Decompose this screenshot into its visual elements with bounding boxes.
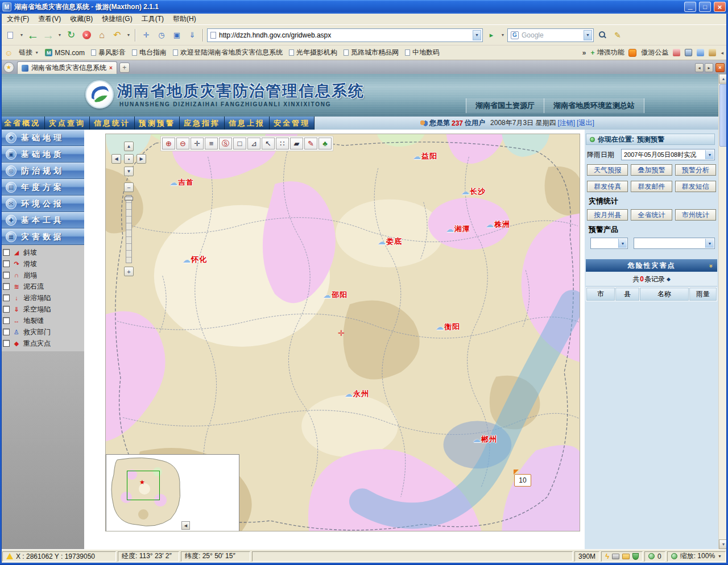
product-select-1[interactable]: ▼ bbox=[590, 238, 628, 249]
city-marker-yiyang[interactable]: ☁ 益阳 bbox=[413, 151, 437, 161]
layer-row-slope[interactable]: ◢ 斜坡 bbox=[0, 247, 84, 258]
layer-row-ground-fissure[interactable]: ↔ 地裂缝 bbox=[0, 315, 84, 326]
smiley-icon[interactable]: ☺ bbox=[5, 48, 13, 57]
zoom-slider-handle[interactable] bbox=[125, 197, 133, 201]
city-marker-huaihua[interactable]: ☁ 怀化 bbox=[183, 255, 207, 265]
tabbar-close-button[interactable]: × bbox=[715, 63, 725, 72]
search-dropdown-icon[interactable]: ▼ bbox=[584, 30, 592, 40]
sidebar-button-basic-geography[interactable]: ❖ 基础地理 bbox=[0, 130, 84, 146]
city-marker-xiangtan[interactable]: ☁ 湘潭 bbox=[446, 224, 470, 234]
map-layer-tree-tool[interactable]: ♣ bbox=[318, 138, 332, 149]
sidebar-button-prevention-planning[interactable]: ◎ 防治规划 bbox=[0, 163, 84, 179]
layer-row-karst-collapse[interactable]: ↓ 岩溶塌陷 bbox=[0, 292, 84, 304]
city-marker-zhuzhou[interactable]: ☁ 株洲 bbox=[486, 219, 510, 230]
city-marker-loudi[interactable]: ☁ 娄底 bbox=[378, 236, 402, 247]
debris-flow-checkbox[interactable] bbox=[3, 283, 10, 290]
link-photo-studio[interactable]: 光年摄影机构 bbox=[289, 48, 337, 57]
rescue-department-checkbox[interactable] bbox=[3, 329, 10, 335]
scrollbar-up-icon[interactable]: ▲ bbox=[719, 74, 728, 84]
overlay-warning-button[interactable]: 叠加预警 bbox=[631, 164, 672, 176]
gift-icon[interactable] bbox=[709, 49, 716, 56]
back-button[interactable]: ← bbox=[26, 28, 40, 43]
map-pan-tool[interactable]: ✛ bbox=[191, 138, 204, 149]
scrollbar-thumb[interactable] bbox=[719, 84, 727, 147]
undo-button[interactable]: ↶ bbox=[110, 28, 124, 43]
home-button[interactable]: ⌂ bbox=[95, 28, 109, 43]
download-button[interactable]: ⇓ bbox=[185, 28, 199, 43]
dropdown-arrow-icon[interactable]: ▼ bbox=[618, 239, 627, 248]
map-select-polygon-tool[interactable]: ⊿ bbox=[247, 138, 260, 149]
link-baofeng[interactable]: 暴风影音 bbox=[91, 48, 126, 57]
history-button[interactable]: ◷ bbox=[155, 28, 168, 43]
city-stats-button[interactable]: 市州统计 bbox=[675, 209, 716, 221]
link-city-boutique[interactable]: 觅路城市精品网 bbox=[344, 48, 399, 57]
pan-left-button[interactable]: ◀ bbox=[111, 154, 121, 164]
map-zoom-out-tool[interactable]: ⊖ bbox=[176, 138, 189, 149]
map-draw-tool[interactable]: ✎ bbox=[304, 138, 317, 149]
sidebar-button-annual-plan[interactable]: ▤ 年度方案 bbox=[0, 179, 84, 196]
collapse-checkbox[interactable] bbox=[3, 272, 10, 279]
column-header-rainfall[interactable]: 雨量 bbox=[689, 288, 717, 301]
city-marker-chenzhou[interactable]: ☁ 郴州 bbox=[473, 434, 497, 444]
tab-info-statistics[interactable]: 信息统计 bbox=[90, 117, 135, 130]
tab-active[interactable]: 湖南省地质灾害信息系统 × bbox=[17, 61, 117, 74]
menu-favorites[interactable]: 收藏(B) bbox=[65, 13, 97, 25]
tools-button[interactable]: ✛ bbox=[139, 28, 153, 43]
link-geo-env-monitoring[interactable]: 湖南省地质环境监测总站 bbox=[544, 98, 644, 113]
overview-collapse-button[interactable]: ◀ bbox=[181, 521, 190, 530]
scrollbar-down-icon[interactable]: ▼ bbox=[719, 539, 728, 549]
danger-points-header[interactable]: 危险性灾害点 « bbox=[586, 259, 717, 272]
link-hunan-disaster-site[interactable]: 欢迎登陆湖南省地质灾害信息系统 bbox=[173, 48, 283, 57]
folder-icon[interactable] bbox=[622, 554, 630, 559]
exit-link[interactable]: [退出] bbox=[577, 118, 594, 128]
province-stats-button[interactable]: 全省统计 bbox=[631, 209, 672, 221]
new-page-dropdown-icon[interactable]: ▼ bbox=[19, 33, 24, 37]
map-canvas[interactable]: ⊕ ⊖ ✛ ≡ Ⓢ □ ⊿ ↖ ∷ ▰ ✎ ♣ bbox=[105, 134, 580, 531]
link-msn[interactable]: M MSN.com bbox=[45, 49, 85, 57]
pan-up-button[interactable]: ▲ bbox=[124, 142, 134, 151]
column-header-city[interactable]: 市 bbox=[586, 288, 615, 301]
stop-button[interactable]: × bbox=[80, 28, 93, 43]
menu-help[interactable]: 帮助(H) bbox=[168, 13, 201, 25]
group-fax-button[interactable]: 群发传真 bbox=[587, 181, 628, 192]
zoom-slider[interactable] bbox=[126, 195, 132, 263]
new-tab-button[interactable]: + bbox=[119, 63, 130, 73]
go-button[interactable]: ▸ bbox=[485, 28, 498, 43]
warning-analysis-button[interactable]: 预警分析 bbox=[675, 164, 716, 176]
map-zoom-in-tool[interactable]: ⊕ bbox=[162, 138, 175, 149]
sidebar-button-disaster-data[interactable]: ▦ 灾害数据 bbox=[0, 229, 84, 245]
rain-date-select[interactable]: 2007年05月05日08时实况 ▼ bbox=[621, 149, 715, 160]
layer-row-mining-collapse[interactable]: ⇓ 采空塌陷 bbox=[0, 304, 84, 315]
menu-view[interactable]: 查看(V) bbox=[34, 13, 65, 25]
map-stop-tool[interactable]: Ⓢ bbox=[219, 138, 232, 149]
city-marker-hengyang[interactable]: ☁ 衡阳 bbox=[436, 322, 460, 332]
forward-button[interactable]: → bbox=[42, 28, 55, 43]
new-page-button[interactable] bbox=[3, 28, 17, 43]
karst-collapse-checkbox[interactable] bbox=[3, 294, 10, 301]
charity-link[interactable]: 傲游公益 bbox=[641, 48, 668, 57]
tab-scroll-left-button[interactable]: ◂ bbox=[695, 63, 704, 72]
zoom-dropdown-icon[interactable]: ▼ bbox=[718, 554, 722, 558]
enhance-link[interactable]: + 增强功能 bbox=[590, 48, 624, 57]
city-marker-shaoyang[interactable]: ☁ 邵阳 bbox=[323, 290, 348, 300]
menu-tools[interactable]: 工具(T) bbox=[137, 13, 168, 25]
mining-collapse-checkbox[interactable] bbox=[3, 306, 10, 313]
address-bar[interactable]: ▼ bbox=[207, 28, 483, 42]
close-button[interactable] bbox=[714, 2, 726, 12]
tab-emergency-command[interactable]: 应急指挥 bbox=[180, 117, 225, 130]
tab-forecast-warning[interactable]: 预测预警 bbox=[135, 117, 180, 130]
tab-disaster-query[interactable]: 灾点查询 bbox=[45, 117, 90, 130]
address-input[interactable] bbox=[219, 31, 470, 39]
ground-fissure-checkbox[interactable] bbox=[3, 317, 10, 324]
overview-map[interactable]: ★ ◀ bbox=[106, 454, 239, 531]
sidebar-button-basic-geology[interactable]: ▣ 基础地质 bbox=[0, 146, 84, 163]
layer-row-landslide[interactable]: ↷ 滑坡 bbox=[0, 258, 84, 269]
window-titlebar[interactable]: 湖南省地质灾害信息系统 - 傲游(Maxthon) 2.1.1 bbox=[0, 0, 728, 14]
group-email-button[interactable]: 群发邮件 bbox=[631, 181, 672, 192]
landslide-checkbox[interactable] bbox=[3, 260, 10, 267]
go-dropdown-icon[interactable]: ▼ bbox=[500, 33, 506, 37]
group-sms-button[interactable]: 群发短信 bbox=[675, 181, 716, 192]
favorites-star-button[interactable]: ★ bbox=[3, 62, 14, 73]
monthly-county-stats-button[interactable]: 按月州县 bbox=[587, 209, 628, 221]
map-eraser-tool[interactable]: ▰ bbox=[290, 138, 303, 149]
